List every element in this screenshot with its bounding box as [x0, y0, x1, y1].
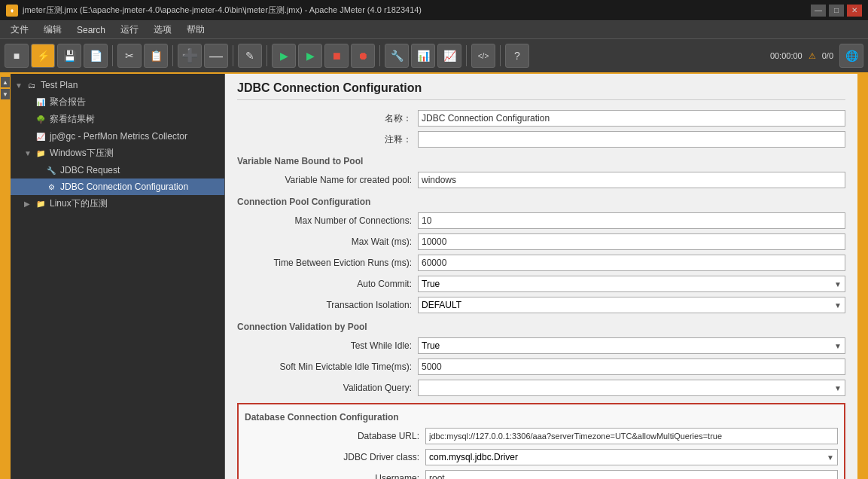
toolbar-separator-2 — [172, 45, 173, 66]
expand-icon-test-plan: ▼ — [15, 81, 24, 90]
toolbar-btn-save[interactable]: 💾 — [57, 44, 81, 68]
test-while-idle-label: Test While Idle: — [237, 340, 418, 351]
variable-name-pool-row: Variable Name for created pool: — [237, 171, 845, 189]
toolbar-btn-shutdown[interactable]: ⏺ — [351, 44, 375, 68]
max-wait-label: Max Wait (ms): — [237, 236, 418, 247]
db-url-label: Database URL: — [245, 431, 425, 441]
transaction-isolation-arrow: ▼ — [834, 301, 842, 310]
auto-commit-label: Auto Commit: — [237, 279, 418, 289]
toolbar-btn-remove[interactable]: — — [204, 44, 228, 68]
max-wait-row: Max Wait (ms): — [237, 233, 845, 251]
time-between-eviction-input[interactable] — [418, 255, 845, 271]
jdbc-driver-label: JDBC Driver class: — [245, 452, 425, 462]
tree-item-jdbc-request[interactable]: 🔧 JDBC Request — [11, 162, 224, 178]
maximize-button[interactable]: □ — [829, 5, 844, 17]
menu-file[interactable]: 文件 — [3, 22, 36, 38]
transaction-isolation-select[interactable]: DEFAULT ▼ — [418, 297, 845, 313]
menu-edit[interactable]: 编辑 — [36, 22, 69, 38]
toolbar-btn-cut[interactable]: ✂ — [117, 44, 142, 68]
minimize-button[interactable]: — — [811, 5, 826, 17]
tree-item-label-jdbc-config: JDBC Connection Configuration — [60, 182, 188, 192]
tree-item-label-test-plan: Test Plan — [41, 80, 78, 90]
tree-item-label-result: 察看结果树 — [50, 113, 95, 126]
tree-item-linux-load[interactable]: ▶ 📁 Linux下的压测 — [11, 195, 224, 212]
auto-commit-select[interactable]: True ▼ — [418, 276, 845, 292]
validation-query-arrow: ▼ — [834, 384, 842, 392]
validation-query-select[interactable]: ▼ — [418, 380, 845, 396]
max-connections-label: Max Number of Connections: — [237, 215, 418, 226]
soft-min-evictable-input[interactable] — [418, 358, 845, 375]
tree-item-label-jdbc-request: JDBC Request — [60, 165, 120, 175]
toolbar-btn-open[interactable]: ⚡ — [31, 44, 55, 68]
db-url-input[interactable] — [425, 428, 838, 444]
tree-item-windows-load[interactable]: ▼ 📁 Windows下压测 — [11, 145, 224, 162]
transaction-isolation-row: Transaction Isolation: DEFAULT ▼ — [237, 296, 845, 314]
validation-query-label: Validation Query: — [237, 383, 418, 393]
max-wait-input[interactable] — [418, 233, 845, 250]
max-connections-input[interactable] — [418, 212, 845, 229]
section-db-config: Database Connection Configuration — [245, 410, 838, 424]
soft-min-evictable-row: Soft Min Evictable Idle Time(ms): — [237, 358, 845, 376]
toolbar-btn-start[interactable]: ▶ — [272, 44, 296, 68]
toolbar-btn-stop[interactable]: ⏹ — [324, 44, 349, 68]
toolbar-btn-remote-stop-all[interactable]: 📈 — [437, 44, 461, 68]
name-label: 名称： — [237, 112, 418, 125]
aggregate-icon: 📊 — [35, 96, 47, 108]
toolbar-btn-globe[interactable]: 🌐 — [839, 44, 863, 68]
menu-help[interactable]: 帮助 — [179, 22, 212, 38]
tree-item-label-linux: Linux下的压测 — [50, 197, 108, 210]
title-bar: ♦ jmeter压测.jmx (E:\apache-jmeter-4.0\apa… — [0, 0, 868, 21]
toolbar-btn-edit[interactable]: ✎ — [238, 44, 262, 68]
jdbc-driver-select[interactable]: com.mysql.jdbc.Driver ▼ — [425, 449, 838, 465]
auto-commit-arrow: ▼ — [834, 280, 842, 288]
tree-item-jdbc-config[interactable]: ⚙ JDBC Connection Configuration — [11, 178, 224, 195]
expand-icon-linux: ▶ — [24, 200, 33, 208]
menu-run[interactable]: 运行 — [113, 22, 146, 38]
name-input[interactable] — [418, 110, 845, 127]
left-panel-strip: ▲ ▼ — [0, 74, 11, 479]
auto-commit-row: Auto Commit: True ▼ — [237, 275, 845, 293]
linux-load-icon: 📁 — [35, 198, 47, 210]
db-config-box: Database Connection Configuration Databa… — [237, 403, 845, 479]
content-panel: JDBC Connection Configuration 名称： 注释： Va… — [225, 74, 857, 479]
tree-item-result-tree[interactable]: 🌳 察看结果树 — [11, 111, 224, 128]
toolbar-btn-add[interactable]: ➕ — [178, 44, 202, 68]
arrow-down-button[interactable]: ▼ — [1, 89, 10, 99]
test-while-idle-select[interactable]: True ▼ — [418, 337, 845, 354]
comment-input[interactable] — [418, 131, 845, 148]
jdbc-driver-value: com.mysql.jdbc.Driver — [429, 452, 518, 462]
soft-min-evictable-label: Soft Min Evictable Idle Time(ms): — [237, 362, 418, 372]
tree-item-test-plan[interactable]: ▼ 🗂 Test Plan — [11, 77, 224, 93]
toolbar-btn-template[interactable]: </> — [471, 44, 495, 68]
result-tree-icon: 🌳 — [35, 114, 47, 126]
db-url-row: Database URL: — [245, 427, 838, 445]
arrow-up-button[interactable]: ▲ — [1, 77, 10, 87]
test-plan-icon: 🗂 — [26, 79, 38, 91]
toolbar-btn-remote-stop[interactable]: 📊 — [411, 44, 435, 68]
toolbar-btn-copy[interactable]: 📄 — [84, 44, 108, 68]
close-button[interactable]: ✕ — [847, 5, 862, 17]
menu-options[interactable]: 选项 — [146, 22, 179, 38]
jdbc-request-icon: 🔧 — [45, 164, 57, 176]
panel-title: JDBC Connection Configuration — [237, 81, 845, 100]
toolbar-btn-start-no-pause[interactable]: ▶ — [298, 44, 322, 68]
toolbar-btn-help[interactable]: ? — [505, 44, 529, 68]
tree-item-label-perfmon: jp@gc - PerfMon Metrics Collector — [50, 131, 187, 142]
window-title: jmeter压测.jmx (E:\apache-jmeter-4.0\apach… — [23, 5, 811, 16]
name-row: 名称： — [237, 109, 845, 127]
username-row: Username: — [245, 469, 838, 479]
menu-search[interactable]: Search — [69, 23, 113, 37]
jdbc-driver-row: JDBC Driver class: com.mysql.jdbc.Driver… — [245, 448, 838, 466]
toolbar-separator-6 — [466, 45, 467, 66]
tree-item-aggregate-report[interactable]: 📊 聚合报告 — [11, 93, 224, 111]
toolbar-btn-paste[interactable]: 📋 — [144, 44, 168, 68]
username-label: Username: — [245, 473, 425, 479]
username-input[interactable] — [425, 470, 838, 479]
tree-item-label-windows: Windows下压测 — [50, 147, 114, 160]
toolbar-btn-new[interactable]: ■ — [5, 44, 29, 68]
tree-item-perfmon[interactable]: 📈 jp@gc - PerfMon Metrics Collector — [11, 128, 224, 145]
comment-label: 注释： — [237, 133, 418, 146]
warning-icon: ⚠ — [809, 51, 816, 61]
variable-name-pool-input[interactable] — [418, 172, 845, 188]
toolbar-btn-remote-start[interactable]: 🔧 — [385, 44, 409, 68]
